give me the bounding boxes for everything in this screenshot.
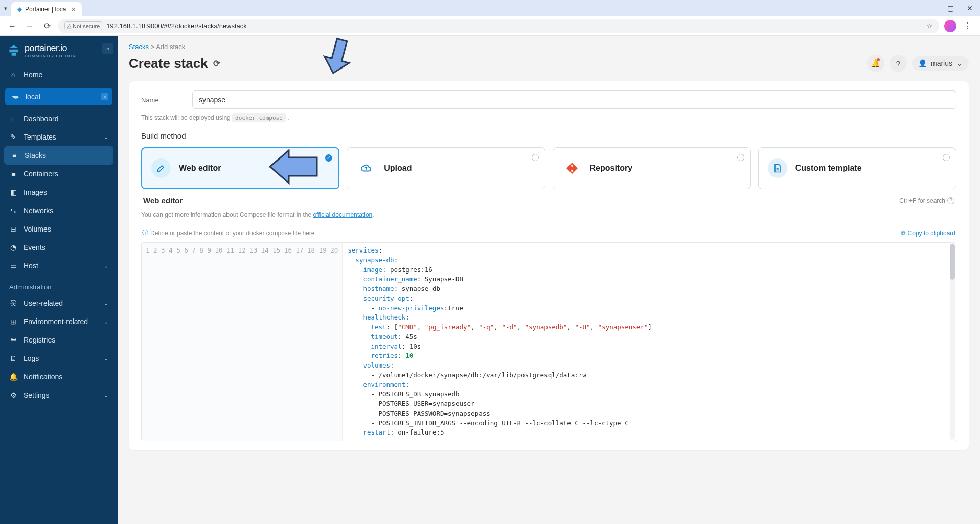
sidebar: portainer.io COMMUNITY EDITION « ⌂ Home … [0, 36, 118, 524]
sidebar-item-events[interactable]: ◔ Events [0, 238, 118, 257]
deploy-helper-text: This stack will be deployed using docker… [141, 114, 956, 121]
tabs-dropdown[interactable]: ▾ [4, 5, 7, 12]
collapse-sidebar-button[interactable]: « [102, 43, 113, 54]
sidebar-item-logs[interactable]: 🗎 Logs ⌄ [0, 349, 118, 368]
breadcrumb-root[interactable]: Stacks [129, 43, 149, 51]
user-name: marius [931, 59, 952, 67]
stacks-icon: ≡ [10, 151, 18, 160]
gear-icon: ⚙ [9, 391, 17, 399]
method-card-custom-template[interactable]: Custom template [758, 147, 956, 189]
maximize-button[interactable]: ▢ [944, 2, 956, 14]
sidebar-item-stacks[interactable]: ≡ Stacks [4, 146, 113, 165]
method-card-upload[interactable]: Upload [347, 147, 545, 189]
templates-icon: ✎ [9, 133, 17, 141]
user-menu[interactable]: 👤 marius ⌄ [912, 56, 969, 71]
tab-strip-bar: ▾ ◆ Portainer | loca × — ▢ ✕ [0, 0, 980, 16]
chevron-down-icon: ⌄ [956, 59, 963, 67]
dashboard-icon: ▦ [9, 115, 17, 123]
user-icon: 👤 [918, 59, 927, 67]
main-content: Stacks > Add stack Create stack ⟳ 🔔 ? 👤 [118, 36, 980, 524]
radio-icon: ⩸ [9, 336, 17, 344]
sidebar-item-label: Volumes [24, 225, 51, 233]
sidebar-item-notifications[interactable]: 🔔 Notifications [0, 368, 118, 386]
code-body[interactable]: services: synapse-db: image: postgres:16… [343, 243, 956, 441]
build-method-title: Build method [141, 131, 956, 140]
copy-to-clipboard-button[interactable]: ⧉ Copy to clipboard [901, 230, 955, 237]
sidebar-item-host[interactable]: ▭ Host ⌄ [0, 257, 118, 275]
bookmark-star-icon[interactable]: ☆ [927, 22, 933, 30]
git-icon [562, 158, 582, 178]
info-icon: ⓘ [142, 229, 148, 237]
web-editor-title: Web editor [143, 196, 183, 205]
sidebar-item-dashboard[interactable]: ▦ Dashboard [0, 109, 118, 128]
editor-scrollbar-thumb[interactable] [950, 244, 955, 280]
security-indicator[interactable]: △Not secure [64, 21, 102, 30]
environment-icon: ⊞ [9, 317, 17, 326]
template-icon [768, 158, 787, 178]
help-button[interactable]: ? [890, 55, 907, 72]
notifications-button[interactable]: 🔔 [867, 55, 884, 72]
networks-icon: ⇆ [9, 207, 17, 215]
sidebar-item-volumes[interactable]: ⊟ Volumes [0, 220, 118, 238]
back-button[interactable]: ← [6, 20, 18, 32]
method-radio-selected [325, 154, 332, 162]
close-window-button[interactable]: ✕ [964, 2, 976, 14]
sidebar-item-environment-related[interactable]: ⊞ Environment-related ⌄ [0, 312, 118, 331]
annotation-arrow-web-editor [266, 147, 322, 187]
brand-subtitle: COMMUNITY EDITION [25, 54, 76, 58]
volumes-icon: ⊟ [9, 225, 17, 233]
sidebar-item-home[interactable]: ⌂ Home [0, 65, 118, 84]
compose-doc-hint: You can get more information about Compo… [141, 211, 956, 218]
sidebar-item-registries[interactable]: ⩸ Registries [0, 331, 118, 349]
breadcrumb-leaf: Add stack [156, 43, 185, 51]
sidebar-item-networks[interactable]: ⇆ Networks [0, 201, 118, 220]
edit-icon [151, 158, 171, 178]
refresh-icon[interactable]: ⟳ [213, 58, 220, 69]
browser-menu-icon[interactable]: ⋮ [962, 20, 974, 32]
sidebar-item-templates[interactable]: ✎ Templates ⌄ [0, 128, 118, 146]
url-box[interactable]: △Not secure 192.168.1.18:9000/#!/2/docke… [58, 19, 939, 33]
chevron-down-icon: ⌄ [104, 392, 108, 399]
brand-header: portainer.io COMMUNITY EDITION « [0, 36, 118, 65]
method-card-web-editor[interactable]: Web editor [141, 147, 339, 189]
sidebar-item-containers[interactable]: ▣ Containers [0, 165, 118, 183]
minimize-button[interactable]: — [925, 2, 937, 14]
sidebar-item-user-related[interactable]: 웃 User-related ⌄ [0, 294, 118, 312]
env-close-icon[interactable]: × [101, 93, 108, 100]
copy-icon: ⧉ [901, 230, 906, 237]
profile-avatar[interactable] [944, 20, 956, 32]
sidebar-item-label: Networks [24, 207, 53, 215]
images-icon: ◧ [9, 188, 17, 196]
sidebar-item-label: Containers [24, 170, 58, 178]
official-doc-link[interactable]: official documentation [313, 211, 372, 218]
browser-tab[interactable]: ◆ Portainer | loca × [11, 2, 82, 16]
chevron-down-icon: ⌄ [104, 134, 108, 141]
stack-name-input[interactable] [192, 90, 956, 109]
help-icon: ? [896, 59, 900, 68]
sidebar-section-admin: Administration [0, 275, 118, 294]
environment-selector[interactable]: local × [5, 88, 112, 105]
home-icon: ⌂ [9, 71, 17, 79]
url-text: 192.168.1.18:9000/#!/2/docker/stacks/new… [106, 22, 247, 30]
bell-icon: 🔔 [9, 373, 17, 381]
sidebar-item-settings[interactable]: ⚙ Settings ⌄ [0, 386, 118, 404]
help-icon[interactable]: ? [947, 197, 954, 204]
compose-code-editor[interactable]: 1 2 3 4 5 6 7 8 9 10 11 12 13 14 15 16 1… [141, 242, 956, 441]
sidebar-item-label: Templates [24, 133, 56, 141]
sidebar-item-images[interactable]: ◧ Images [0, 183, 118, 201]
events-icon: ◔ [9, 243, 17, 252]
page-title: Create stack ⟳ [129, 56, 220, 72]
sidebar-item-label: Events [24, 243, 45, 252]
close-tab-icon[interactable]: × [72, 5, 76, 13]
users-icon: 웃 [9, 299, 17, 307]
sidebar-item-label: Images [24, 188, 47, 196]
method-label: Repository [590, 164, 633, 173]
chevron-down-icon: ⌄ [104, 263, 108, 269]
address-bar: ← → ⟳ △Not secure 192.168.1.18:9000/#!/2… [0, 16, 980, 36]
method-card-repository[interactable]: Repository [553, 147, 751, 189]
breadcrumb: Stacks > Add stack [118, 36, 980, 53]
reload-button[interactable]: ⟳ [41, 20, 53, 32]
notification-dot [877, 58, 880, 61]
forward-button[interactable]: → [24, 20, 36, 32]
chevron-down-icon: ⌄ [104, 300, 108, 307]
